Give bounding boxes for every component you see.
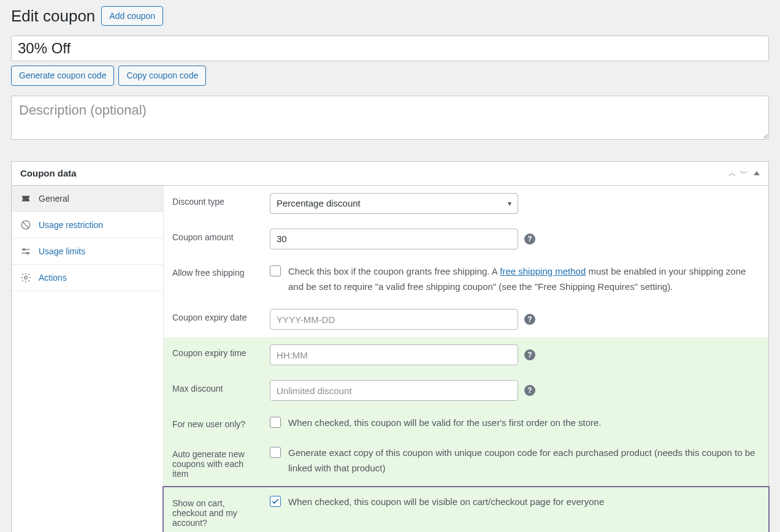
- form-area: Discount type Percentage discount ▾ Coup…: [164, 186, 768, 532]
- max-discount-input[interactable]: [270, 380, 518, 401]
- row-show-on-cart: Show on cart, checkout and my account? W…: [164, 487, 768, 532]
- label-show-on-cart: Show on cart, checkout and my account?: [172, 495, 261, 528]
- tab-actions[interactable]: Actions: [12, 265, 163, 291]
- row-coupon-amount: Coupon amount ?: [164, 221, 768, 257]
- row-expiry-date: Coupon expiry date ?: [164, 302, 768, 337]
- ticket-icon: [20, 193, 31, 204]
- auto-generate-checkbox[interactable]: [270, 447, 281, 458]
- expiry-time-input[interactable]: [270, 344, 518, 365]
- svg-point-5: [27, 252, 29, 254]
- coupon-title-input[interactable]: [11, 36, 769, 61]
- row-new-user-only: For new user only? When checked, this co…: [164, 408, 768, 438]
- label-discount-type: Discount type: [172, 193, 261, 207]
- label-free-shipping: Allow free shipping: [172, 264, 261, 278]
- chevron-up-icon[interactable]: ︿: [728, 168, 736, 179]
- description-textarea[interactable]: [11, 96, 769, 140]
- row-auto-generate: Auto generate new coupons with each item…: [164, 438, 768, 486]
- expiry-date-input[interactable]: [270, 309, 518, 330]
- tab-label: Actions: [39, 273, 67, 283]
- tab-label: Usage limits: [39, 246, 85, 256]
- code-actions: Generate coupon code Copy coupon code: [11, 66, 769, 85]
- new-user-only-desc: When checked, this coupon will be valid …: [288, 416, 602, 431]
- chevron-down-icon[interactable]: ﹀: [740, 168, 748, 179]
- free-shipping-checkbox[interactable]: [270, 265, 281, 276]
- help-icon[interactable]: ?: [524, 234, 535, 245]
- auto-generate-desc: Generate exact copy of this coupon with …: [288, 446, 760, 476]
- generate-code-button[interactable]: Generate coupon code: [11, 66, 114, 85]
- tab-label: Usage restriction: [39, 220, 103, 230]
- show-on-cart-checkbox[interactable]: [270, 496, 281, 507]
- label-coupon-amount: Coupon amount: [172, 229, 261, 242]
- free-shipping-desc: Check this box if the coupon grants free…: [288, 264, 760, 295]
- label-expiry-date: Coupon expiry date: [172, 309, 261, 322]
- coupon-data-panel: Coupon data ︿ ﹀ General Usage restrictio…: [11, 161, 769, 532]
- label-max-discount: Max discount: [172, 380, 261, 393]
- page-title: Edit coupon: [11, 7, 95, 26]
- sliders-icon: [20, 246, 31, 257]
- show-on-cart-desc: When checked, this coupon will be visibl…: [288, 495, 604, 510]
- tab-usage-restriction[interactable]: Usage restriction: [12, 212, 163, 238]
- help-icon[interactable]: ?: [524, 385, 535, 396]
- discount-type-select[interactable]: Percentage discount ▾: [270, 193, 518, 214]
- page-header: Edit coupon Add coupon: [11, 6, 769, 26]
- panel-title: Coupon data: [20, 168, 77, 178]
- copy-code-button[interactable]: Copy coupon code: [118, 66, 206, 85]
- row-expiry-time: Coupon expiry time ?: [164, 337, 768, 373]
- tabs-nav: General Usage restriction Usage limits A…: [12, 186, 164, 532]
- tab-usage-limits[interactable]: Usage limits: [12, 238, 163, 265]
- svg-point-6: [25, 276, 28, 279]
- help-icon[interactable]: ?: [524, 349, 535, 360]
- ban-icon: [20, 219, 31, 230]
- svg-point-4: [23, 248, 25, 250]
- label-expiry-time: Coupon expiry time: [172, 344, 261, 358]
- toggle-panel-icon[interactable]: [754, 171, 760, 175]
- chevron-down-icon: ▾: [508, 199, 511, 208]
- panel-body: General Usage restriction Usage limits A…: [12, 186, 768, 532]
- label-auto-generate: Auto generate new coupons with each item: [172, 446, 261, 479]
- svg-line-1: [23, 222, 29, 229]
- select-value: Percentage discount: [277, 198, 361, 208]
- help-icon[interactable]: ?: [524, 314, 535, 325]
- new-user-only-checkbox[interactable]: [270, 417, 281, 428]
- coupon-amount-input[interactable]: [270, 229, 518, 249]
- highlight-region: Show on cart, checkout and my account? W…: [162, 486, 770, 532]
- row-free-shipping: Allow free shipping Check this box if th…: [164, 257, 768, 302]
- tab-general[interactable]: General: [12, 186, 163, 212]
- tab-label: General: [39, 194, 69, 203]
- label-new-user-only: For new user only?: [172, 416, 261, 429]
- panel-header: Coupon data ︿ ﹀: [12, 162, 768, 186]
- row-discount-type: Discount type Percentage discount ▾: [164, 186, 768, 221]
- add-coupon-button[interactable]: Add coupon: [101, 6, 163, 26]
- gear-icon: [20, 272, 31, 283]
- panel-controls: ︿ ﹀: [728, 168, 760, 179]
- row-max-discount: Max discount ?: [164, 373, 768, 408]
- free-shipping-link[interactable]: free shipping method: [500, 266, 586, 276]
